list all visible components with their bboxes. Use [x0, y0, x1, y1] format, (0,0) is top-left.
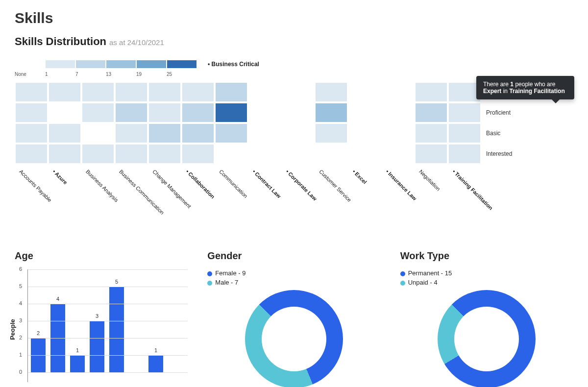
heatmap-cell[interactable] — [415, 82, 448, 102]
heatmap-cell[interactable] — [248, 82, 281, 102]
legend-dot-icon — [400, 271, 405, 276]
legend-scale-label: 25 — [167, 72, 197, 77]
age-bar[interactable]: 5 — [109, 287, 124, 372]
heatmap-cell[interactable] — [148, 102, 181, 123]
heatmap-cell[interactable] — [215, 144, 248, 164]
heatmap-cell[interactable] — [81, 144, 115, 164]
gender-donut[interactable] — [245, 290, 343, 387]
heatmap-cell[interactable] — [15, 123, 48, 144]
heatmap-cell[interactable] — [181, 123, 215, 144]
heatmap-cell[interactable] — [48, 144, 81, 164]
heatmap-cell[interactable] — [81, 123, 115, 144]
bar-ytick: 0 — [19, 369, 22, 375]
heatmap-cell[interactable] — [315, 102, 348, 123]
bar-value-label: 4 — [56, 296, 59, 302]
heatmap-ylabel: Basic — [484, 123, 512, 144]
heatmap-cell[interactable] — [115, 123, 148, 144]
heatmap-cell[interactable] — [281, 144, 315, 164]
heatmap-cell[interactable] — [215, 123, 248, 144]
heatmap-cell[interactable] — [181, 102, 215, 123]
age-chart: Age People 241351 0123456 — [15, 250, 188, 387]
legend-scale-label: None — [15, 72, 45, 77]
bar-gridline: 2 — [28, 338, 188, 339]
heatmap-cell[interactable] — [348, 102, 381, 123]
age-bar[interactable]: 1 — [70, 355, 85, 372]
page-title: Skills — [15, 10, 573, 26]
worktype-title: Work Type — [400, 250, 573, 262]
heatmap-cell[interactable] — [348, 123, 381, 144]
heatmap-cell[interactable] — [448, 123, 481, 144]
heatmap-cell[interactable] — [248, 102, 281, 123]
age-bar[interactable]: 1 — [148, 355, 163, 372]
heatmap-cell[interactable] — [181, 82, 215, 102]
heatmap-cell[interactable] — [415, 144, 448, 164]
bar-value-label: 2 — [37, 330, 40, 336]
gender-title: Gender — [207, 250, 380, 262]
heatmap-cell[interactable] — [381, 102, 415, 123]
heatmap-cell[interactable] — [415, 102, 448, 123]
heatmap-cell[interactable] — [148, 144, 181, 164]
heatmap-cell[interactable] — [381, 123, 415, 144]
legend-scale-label: 7 — [75, 72, 106, 77]
heatmap-cell[interactable] — [15, 82, 48, 102]
bar-gridline: 3 — [28, 321, 188, 321]
heatmap-cell[interactable] — [81, 82, 115, 102]
heatmap-cell[interactable] — [215, 82, 248, 102]
charts-row: Age People 241351 0123456 Gender Female … — [15, 250, 573, 387]
heatmap-cell[interactable] — [381, 144, 415, 164]
donut-legend-item[interactable]: Female - 9 — [207, 269, 380, 277]
bar-ytick: 6 — [19, 266, 22, 272]
donut-legend-item[interactable]: Permanent - 15 — [400, 269, 573, 277]
bar-ytick: 5 — [19, 283, 22, 289]
worktype-chart: Work Type Permanent - 15Unpaid - 4 — [400, 250, 573, 387]
heatmap-cell[interactable] — [48, 123, 81, 144]
heatmap-cell[interactable] — [281, 123, 315, 144]
heatmap-cell[interactable] — [315, 123, 348, 144]
heatmap-cell[interactable] — [448, 102, 481, 123]
heatmap-chart: There are 1 people who are Expert in Tra… — [15, 82, 573, 226]
heatmap-cell[interactable] — [115, 144, 148, 164]
distribution-title: Skills Distribution — [15, 35, 106, 48]
heatmap-cell[interactable] — [15, 102, 48, 123]
heatmap-cell[interactable] — [315, 144, 348, 164]
heatmap-cell[interactable] — [148, 82, 181, 102]
bar-gridline: 0 — [28, 372, 188, 373]
heatmap-cell[interactable] — [448, 144, 481, 164]
heatmap-cell[interactable] — [381, 82, 415, 102]
heatmap-cell[interactable] — [81, 102, 115, 123]
heatmap-cell[interactable] — [348, 144, 381, 164]
bar-value-label: 3 — [96, 313, 98, 319]
heatmap-cell[interactable] — [115, 102, 148, 123]
age-bar[interactable]: 3 — [90, 321, 104, 372]
age-title: Age — [15, 250, 188, 262]
heatmap-cell[interactable] — [148, 123, 181, 144]
legend-scale-label: 13 — [106, 72, 136, 77]
heatmap-cell[interactable] — [15, 144, 48, 164]
legend-dot-icon — [207, 281, 212, 286]
heatmap-cell[interactable] — [115, 82, 148, 102]
business-critical-legend: Business Critical — [208, 61, 259, 68]
heatmap-cell[interactable] — [248, 123, 281, 144]
heatmap-tooltip: There are 1 people who are Expert in Tra… — [476, 76, 574, 99]
bar-gridline: 6 — [28, 269, 188, 270]
donut-legend-item[interactable]: Unpaid - 4 — [400, 279, 573, 286]
heatmap-ylabel: Interested — [484, 144, 512, 164]
distribution-header: Skills Distribution as at 24/10/2021 — [15, 35, 573, 48]
heatmap-cell[interactable] — [281, 102, 315, 123]
bar-value-label: 1 — [154, 347, 157, 353]
heatmap-cell[interactable] — [281, 82, 315, 102]
heatmap-cell[interactable] — [181, 144, 215, 164]
heatmap-cell[interactable] — [48, 82, 81, 102]
heatmap-cell[interactable] — [248, 144, 281, 164]
heatmap-cell[interactable] — [348, 82, 381, 102]
legend-swatch — [136, 60, 167, 69]
legend-swatch — [45, 60, 75, 69]
worktype-donut[interactable] — [438, 290, 536, 387]
heatmap-cell[interactable] — [215, 102, 248, 123]
donut-legend-item[interactable]: Male - 7 — [207, 279, 380, 286]
heatmap-cell[interactable] — [48, 102, 81, 123]
age-yaxis-label: People — [9, 319, 16, 340]
heatmap-cell[interactable] — [315, 82, 348, 102]
legend-swatch — [75, 60, 106, 69]
heatmap-cell[interactable] — [415, 123, 448, 144]
